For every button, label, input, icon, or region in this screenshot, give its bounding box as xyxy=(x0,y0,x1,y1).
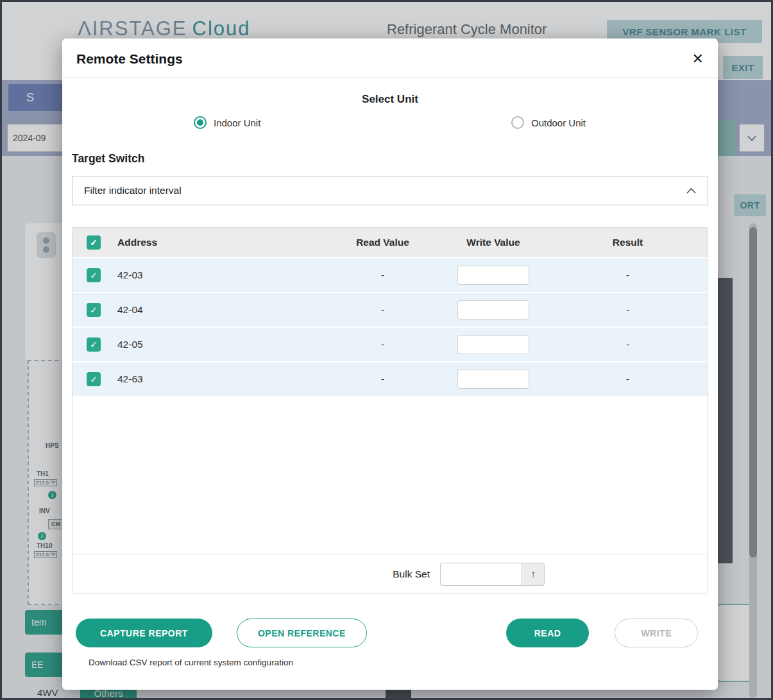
radio-indoor-unit[interactable]: Indoor Unit xyxy=(194,116,260,129)
column-header-address: Address xyxy=(115,237,327,248)
bulk-apply-button[interactable]: ↑ xyxy=(522,563,545,586)
open-reference-button[interactable]: OPEN REFERENCE xyxy=(237,619,367,647)
write-value-input[interactable] xyxy=(457,335,529,354)
table-header-row: ✓ Address Read Value Write Value Result xyxy=(72,228,708,257)
radio-selected-icon xyxy=(194,116,207,129)
result-cell: - xyxy=(548,304,708,316)
dropdown-value: Filter indicator interval xyxy=(84,185,182,196)
close-icon[interactable]: ✕ xyxy=(692,52,704,66)
capture-report-button[interactable]: CAPTURE REPORT xyxy=(76,619,212,647)
dialog-title: Remote Settings xyxy=(76,51,183,67)
read-value-cell: - xyxy=(327,373,439,385)
table-row: ✓ 42-05 - - xyxy=(72,327,708,361)
result-cell: - xyxy=(548,269,708,281)
outdoor-unit-label: Outdoor Unit xyxy=(531,117,586,128)
table-empty-area xyxy=(72,396,708,554)
write-button[interactable]: WRITE xyxy=(615,619,698,647)
screen: ΛIRSTAGECloud Refrigerant Cycle Monitor … xyxy=(0,0,773,700)
radio-outdoor-unit[interactable]: Outdoor Unit xyxy=(511,116,586,129)
unit-radio-group: Indoor Unit Outdoor Unit xyxy=(72,116,708,135)
bulk-set-input[interactable] xyxy=(440,563,522,586)
result-cell: - xyxy=(548,373,708,385)
write-value-input[interactable] xyxy=(457,370,529,389)
bulk-set-row: Bulk Set ↑ xyxy=(72,554,708,593)
result-cell: - xyxy=(548,339,708,350)
target-switch-heading: Target Switch xyxy=(72,152,708,166)
write-value-input[interactable] xyxy=(457,300,529,320)
select-unit-heading: Select Unit xyxy=(72,93,708,106)
row-checkbox[interactable]: ✓ xyxy=(87,372,101,386)
switch-table: ✓ Address Read Value Write Value Result … xyxy=(72,227,708,594)
read-value-cell: - xyxy=(327,269,439,281)
capture-report-caption: Download CSV report of current system co… xyxy=(89,658,708,667)
column-header-write-value: Write Value xyxy=(439,237,548,248)
select-all-checkbox[interactable]: ✓ xyxy=(87,235,101,250)
dialog-header: Remote Settings ✕ xyxy=(62,38,718,78)
address-cell: 42-04 xyxy=(115,304,327,316)
dialog-body: Select Unit Indoor Unit Outdoor Unit Tar… xyxy=(62,93,718,667)
chevron-up-icon xyxy=(686,188,696,194)
read-value-cell: - xyxy=(327,304,439,316)
column-header-read-value: Read Value xyxy=(327,237,439,248)
arrow-up-icon: ↑ xyxy=(531,568,536,580)
row-checkbox[interactable]: ✓ xyxy=(87,268,101,282)
table-row: ✓ 42-03 - - xyxy=(72,257,708,292)
indoor-unit-label: Indoor Unit xyxy=(214,117,260,128)
address-cell: 42-03 xyxy=(115,269,327,281)
target-switch-dropdown[interactable]: Filter indicator interval xyxy=(72,176,708,205)
read-button[interactable]: READ xyxy=(506,619,590,647)
row-checkbox[interactable]: ✓ xyxy=(87,303,101,317)
address-cell: 42-63 xyxy=(115,373,327,385)
write-value-input[interactable] xyxy=(457,266,529,285)
bulk-set-label: Bulk Set xyxy=(393,568,430,580)
row-checkbox[interactable]: ✓ xyxy=(87,337,101,352)
table-row: ✓ 42-63 - - xyxy=(72,361,708,396)
read-value-cell: - xyxy=(327,339,439,350)
table-row: ✓ 42-04 - - xyxy=(72,292,708,327)
remote-settings-dialog: Remote Settings ✕ Select Unit Indoor Uni… xyxy=(62,38,718,690)
column-header-result: Result xyxy=(548,237,708,248)
address-cell: 42-05 xyxy=(115,339,327,350)
dialog-actions: CAPTURE REPORT OPEN REFERENCE READ WRITE xyxy=(72,619,708,647)
radio-unselected-icon xyxy=(511,116,524,129)
